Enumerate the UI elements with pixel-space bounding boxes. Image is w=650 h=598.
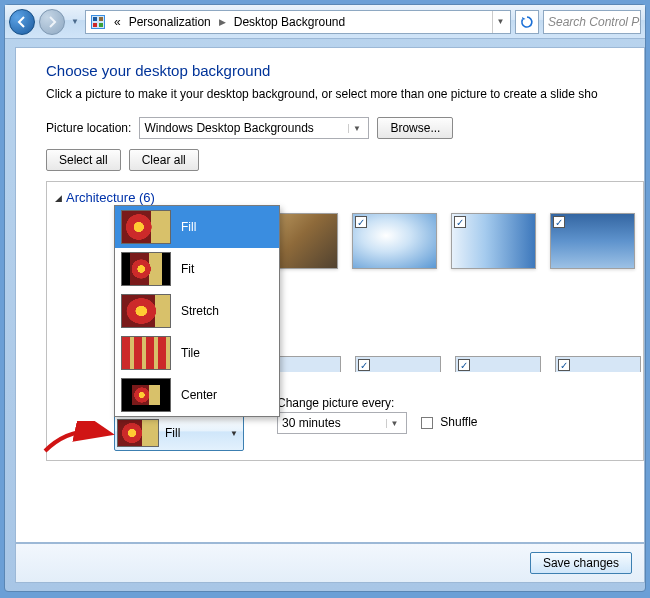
picture-location-select[interactable]: Windows Desktop Backgrounds ▼ [139,117,369,139]
thumb-checkbox[interactable]: ✓ [454,216,466,228]
position-option-center[interactable]: Center [115,374,279,416]
position-option-label: Stretch [181,304,219,318]
position-option-label: Center [181,388,217,402]
position-thumb-stretch-icon [121,294,171,328]
breadcrumb[interactable]: « Personalization ▶ Desktop Background ▼ [85,10,511,34]
browse-button[interactable]: Browse... [377,117,453,139]
refresh-button[interactable] [515,10,539,34]
position-option-label: Fit [181,262,194,276]
nav-history-dropdown[interactable]: ▼ [69,10,81,34]
svg-rect-4 [93,23,97,27]
shuffle-checkbox[interactable] [421,417,433,429]
change-interval-value: 30 minutes [282,416,382,430]
position-option-label: Tile [181,346,200,360]
picture-position-select[interactable]: Fill ▼ [114,415,244,451]
wallpaper-thumb[interactable]: ✓ [451,213,536,269]
position-thumb-fit-icon [121,252,171,286]
wallpaper-thumb[interactable]: ✓ [555,356,641,372]
shuffle-label: Shuffle [440,415,477,429]
select-all-button[interactable]: Select all [46,149,121,171]
breadcrumb-prefix[interactable]: « [112,15,123,29]
thumb-checkbox[interactable]: ✓ [355,216,367,228]
breadcrumb-desktop-background[interactable]: Desktop Background [232,15,347,29]
group-title: Architecture (6) [66,190,155,205]
thumb-checkbox[interactable]: ✓ [553,216,565,228]
wallpaper-thumb[interactable]: ✓ [550,213,635,269]
shuffle-checkbox-wrap[interactable]: Shuffle [421,415,478,429]
wallpaper-thumb[interactable]: ✓ [355,356,441,372]
position-thumb-center-icon [121,378,171,412]
position-thumb-fill-icon [121,210,171,244]
position-thumb-icon [117,419,159,447]
footer-bar: Save changes [15,543,645,583]
picture-position-dropdown: Fill Fit Stretch Tile Center [114,205,280,417]
position-thumb-tile-icon [121,336,171,370]
chevron-down-icon: ▼ [227,429,241,438]
position-option-fit[interactable]: Fit [115,248,279,290]
change-picture-every-label: Change picture every: [277,396,407,410]
picture-location-label: Picture location: [46,121,131,135]
control-panel-icon [90,14,106,30]
position-option-stretch[interactable]: Stretch [115,290,279,332]
thumb-checkbox[interactable]: ✓ [458,359,470,371]
position-option-fill[interactable]: Fill [115,206,279,248]
forward-button[interactable] [39,9,65,35]
back-button[interactable] [9,9,35,35]
picture-location-value: Windows Desktop Backgrounds [144,121,344,135]
breadcrumb-personalization[interactable]: Personalization [127,15,213,29]
thumb-checkbox[interactable]: ✓ [558,359,570,371]
svg-rect-5 [99,23,103,27]
save-changes-button[interactable]: Save changes [530,552,632,574]
breadcrumb-sep-icon: ▶ [217,17,228,27]
content-area: Choose your desktop background Click a p… [15,47,645,543]
chevron-down-icon: ▼ [386,419,402,428]
chevron-down-icon: ▼ [348,124,364,133]
wallpaper-thumb[interactable]: ✓ [352,213,437,269]
svg-rect-2 [93,17,97,21]
picture-position-value: Fill [165,426,180,440]
svg-rect-3 [99,17,103,21]
breadcrumb-dropdown-icon[interactable]: ▼ [492,11,508,33]
clear-all-button[interactable]: Clear all [129,149,199,171]
wallpaper-thumb[interactable]: ✓ [455,356,541,372]
change-interval-select[interactable]: 30 minutes ▼ [277,412,407,434]
group-header-architecture[interactable]: ◢ Architecture (6) [55,190,635,205]
page-title: Choose your desktop background [46,62,644,79]
position-option-label: Fill [181,220,196,234]
page-subtitle: Click a picture to make it your desktop … [46,87,644,101]
search-input[interactable]: Search Control Pa [543,10,641,34]
position-option-tile[interactable]: Tile [115,332,279,374]
thumb-checkbox[interactable]: ✓ [358,359,370,371]
collapse-icon: ◢ [55,193,62,203]
nav-bar: ▼ « Personalization ▶ Desktop Background… [5,5,645,39]
